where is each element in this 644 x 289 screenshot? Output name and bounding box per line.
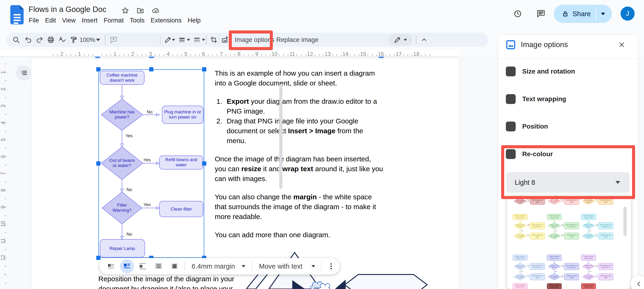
menu-insert[interactable]: Insert <box>79 16 101 26</box>
selection-handle[interactable] <box>96 161 100 166</box>
add-comment-icon[interactable] <box>110 33 118 47</box>
svg-text:Out of beans: Out of beans <box>516 275 524 277</box>
recolour-preview-purple[interactable]: Coffee machinedoesn't workMachine haspow… <box>579 254 614 282</box>
more-options-kebab-icon[interactable] <box>327 258 335 274</box>
bottom-paragraph-line[interactable]: Reposition the image of the diagram in y… <box>98 275 234 283</box>
section-expand-icon[interactable] <box>506 66 516 76</box>
ruler-tick <box>190 54 191 56</box>
paint-format-icon[interactable] <box>69 33 77 47</box>
selection-handle[interactable] <box>202 67 206 72</box>
recolour-preview-yellow[interactable]: Coffee machinedoesn't workMachine haspow… <box>510 214 545 241</box>
break-text-icon[interactable] <box>139 258 146 274</box>
zoom-select[interactable]: 100% <box>80 33 95 47</box>
editing-mode-button[interactable] <box>388 34 412 46</box>
behind-text-icon[interactable] <box>154 258 162 274</box>
recolour-preview-cyan[interactable]: Coffee machinedoesn't workMachine haspow… <box>579 214 614 241</box>
svg-text:Coffee machine: Coffee machine <box>549 215 560 217</box>
recolour-preview-indigo[interactable]: Coffee machinedoesn't workMachine haspow… <box>545 254 579 282</box>
imgbar-divider <box>321 258 321 274</box>
paragraph[interactable]: You can add more than one diagram. <box>215 230 388 240</box>
ruler-tick <box>4 173 6 174</box>
spellcheck-icon[interactable] <box>58 33 66 47</box>
wrap-text-option[interactable] <box>120 258 134 274</box>
docs-logo[interactable] <box>10 5 24 26</box>
version-history-icon[interactable] <box>513 9 522 18</box>
border-color-caret[interactable] <box>172 33 175 47</box>
document-body-text[interactable]: This is an example of how you can insert… <box>215 68 388 248</box>
replace-image-button[interactable]: Replace image <box>276 33 318 47</box>
star-icon[interactable] <box>121 6 129 14</box>
border-color-pencil-icon[interactable] <box>164 33 172 47</box>
paragraph[interactable]: You can also change the margin - the whi… <box>215 192 388 222</box>
margin-caret[interactable] <box>242 258 246 274</box>
document-scrollbar[interactable] <box>279 84 282 189</box>
recolour-preview-red-solid[interactable]: Coffee machinedoesn't workMachine haspow… <box>579 283 614 289</box>
move-folder-icon[interactable] <box>136 6 144 14</box>
list-item[interactable]: 2.Drag that PNG image file into your Goo… <box>215 116 388 146</box>
hide-menus-icon[interactable] <box>420 33 428 47</box>
section-expand-icon[interactable] <box>506 122 516 132</box>
menu-edit[interactable]: Edit <box>42 16 59 26</box>
selection-handle[interactable] <box>202 161 206 166</box>
list-format-icon <box>20 69 28 77</box>
crop-icon[interactable] <box>210 33 218 47</box>
selection-handle[interactable] <box>96 256 100 260</box>
reset-image-icon[interactable] <box>221 33 229 47</box>
in-front-of-text-icon[interactable] <box>170 258 178 274</box>
dropdown-scrollbar[interactable] <box>624 206 627 236</box>
list-format-button[interactable] <box>16 65 32 80</box>
recolour-preview-pink[interactable]: Coffee machinedoesn't workMachine haspow… <box>510 283 545 289</box>
section-size-and-rotation[interactable]: Size and rotation <box>506 66 628 76</box>
menu-tools[interactable]: Tools <box>127 16 148 26</box>
menu-format[interactable]: Format <box>101 16 127 26</box>
recolour-preview-green[interactable]: Coffee machinedoesn't workMachine haspow… <box>545 214 579 241</box>
ruler-tick <box>314 54 315 56</box>
margin-select[interactable]: 6.4mm margin <box>192 258 235 274</box>
border-dash-icon[interactable] <box>193 33 201 47</box>
selection-handle[interactable] <box>149 67 154 72</box>
wrap-inline-icon[interactable] <box>107 258 115 274</box>
svg-text:Yes: Yes <box>595 234 598 235</box>
list-item[interactable]: 1.Export your diagram from the draw.io e… <box>215 96 388 116</box>
zoom-caret[interactable] <box>96 33 100 47</box>
menu-help[interactable]: Help <box>184 16 204 26</box>
paragraph[interactable]: Once the image of the diagram has been i… <box>215 154 388 184</box>
border-dash-caret[interactable] <box>202 33 205 47</box>
document-title[interactable]: Flows in a Google Doc <box>28 5 106 14</box>
ruler-tick <box>359 54 359 56</box>
menu-view[interactable]: View <box>59 16 79 26</box>
ruler-tick <box>430 54 430 56</box>
undo-icon[interactable] <box>24 33 32 47</box>
menu-file[interactable]: File <box>26 16 42 26</box>
print-icon[interactable] <box>47 33 55 47</box>
selection-handle[interactable] <box>96 67 100 72</box>
share-button[interactable]: Share <box>554 5 612 23</box>
svg-text:Yes: Yes <box>589 230 591 232</box>
svg-text:No: No <box>596 265 598 266</box>
section-label: Position <box>522 123 548 130</box>
section-position[interactable]: Position <box>506 122 628 132</box>
menu-extensions[interactable]: Extensions <box>148 16 184 26</box>
bottom-paragraph-line[interactable]: document by dragging it (also to place y… <box>98 285 233 289</box>
share-dropdown-caret[interactable] <box>601 13 605 15</box>
svg-text:Yes: Yes <box>527 234 529 235</box>
border-weight-icon[interactable] <box>178 33 186 47</box>
move-with-text-select[interactable]: Move with text <box>259 258 302 274</box>
border-weight-caret[interactable] <box>187 33 190 47</box>
image-selection-box[interactable] <box>98 69 204 258</box>
paragraph[interactable]: This is an example of how you can insert… <box>215 68 388 88</box>
avatar[interactable]: J <box>620 6 635 20</box>
comment-history-icon[interactable] <box>536 9 546 18</box>
cloud-status-icon[interactable] <box>152 6 160 14</box>
section-text-wrapping[interactable]: Text wrapping <box>506 94 628 104</box>
recolour-preview-maroon-solid[interactable]: Coffee machinedoesn't workMachine haspow… <box>545 283 579 289</box>
ruler-tick <box>159 54 160 56</box>
search-icon[interactable] <box>12 33 20 47</box>
redo-icon[interactable] <box>36 33 44 47</box>
close-panel-icon[interactable] <box>618 41 626 49</box>
section-expand-icon[interactable] <box>506 94 516 104</box>
recolour-preview-pale-blue[interactable]: Coffee machinedoesn't workMachine haspow… <box>510 254 545 282</box>
move-caret[interactable] <box>312 258 315 274</box>
svg-text:doesn't work: doesn't work <box>550 258 558 259</box>
svg-text:doesn't work: doesn't work <box>550 217 558 218</box>
